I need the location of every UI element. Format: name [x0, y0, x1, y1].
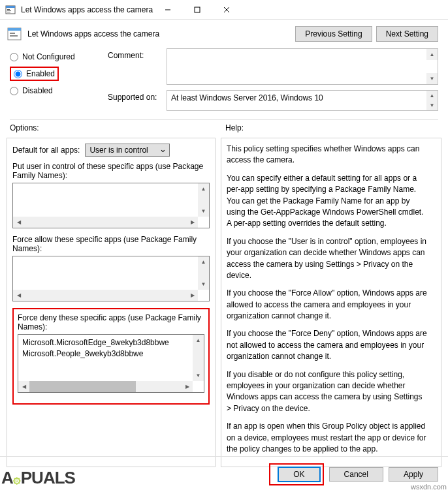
watermark-site: wsxdn.com: [411, 483, 447, 491]
svg-rect-10: [8, 28, 21, 31]
put-user-control-listbox[interactable]: ▲▼ ◀▶: [12, 183, 210, 228]
header-title: Let Windows apps access the camera: [27, 29, 291, 38]
radio-disabled-input[interactable]: [10, 87, 18, 95]
comment-textarea[interactable]: ▲ ▼: [167, 48, 438, 85]
svg-rect-4: [7, 12, 10, 12]
radio-enabled-input[interactable]: [14, 70, 22, 78]
svg-rect-3: [7, 10, 11, 11]
svg-rect-2: [7, 9, 10, 10]
force-allow-label: Force allow these specific apps (use Pac…: [12, 235, 210, 253]
svg-rect-6: [195, 7, 200, 12]
scroll-right-icon[interactable]: ▶: [187, 217, 198, 228]
force-deny-label: Force deny these specific apps (use Pack…: [18, 313, 204, 331]
help-paragraph: This policy setting specifies whether Wi…: [227, 144, 428, 166]
radio-not-configured-input[interactable]: [10, 53, 18, 61]
svg-rect-12: [10, 35, 18, 37]
scroll-left-icon[interactable]: ◀: [13, 217, 24, 228]
default-for-all-apps-label: Default for all apps:: [12, 146, 80, 155]
apply-button[interactable]: Apply: [389, 467, 438, 482]
maximize-button[interactable]: [182, 0, 212, 20]
cancel-button[interactable]: Cancel: [329, 467, 383, 482]
force-deny-content: Microsoft.MicrosoftEdge_8wekyb3d8bbwe Mi…: [18, 335, 204, 362]
scroll-down-icon[interactable]: ▼: [193, 370, 204, 381]
close-button[interactable]: [212, 0, 241, 20]
help-paragraph: You can specify either a default setting…: [227, 173, 428, 230]
ok-highlight: OK: [269, 463, 323, 485]
radio-enabled[interactable]: Enabled: [14, 69, 55, 78]
svg-rect-11: [10, 33, 15, 34]
header-row: Let Windows apps access the camera Previ…: [0, 20, 448, 48]
scroll-up-icon[interactable]: ▲: [426, 49, 438, 60]
minimize-button[interactable]: [153, 0, 182, 20]
radio-enabled-label: Enabled: [26, 69, 55, 78]
titlebar: Let Windows apps access the camera: [0, 0, 448, 20]
scroll-left-icon[interactable]: ◀: [13, 290, 24, 301]
scroll-down-icon[interactable]: ▼: [198, 279, 209, 290]
svg-rect-1: [6, 6, 15, 8]
list-item: Microsoft.MicrosoftEdge_8wekyb3d8bbwe: [22, 337, 200, 348]
ok-button[interactable]: OK: [278, 467, 320, 482]
policy-icon: [7, 26, 22, 42]
help-paragraph: If you choose the "Force Allow" option, …: [227, 288, 428, 322]
previous-setting-button[interactable]: Previous Setting: [295, 26, 372, 42]
put-user-control-label: Put user in control of these specific ap…: [12, 162, 210, 180]
app-icon: [5, 5, 16, 15]
scroll-down-icon[interactable]: ▼: [426, 73, 438, 84]
supported-on-text: At least Windows Server 2016, Windows 10: [171, 93, 323, 102]
scroll-down-icon[interactable]: ▼: [198, 206, 209, 217]
help-heading: Help:: [225, 123, 438, 132]
scroll-thumb[interactable]: [29, 381, 136, 392]
supported-on-value: At least Windows Server 2016, Windows 10…: [167, 90, 438, 111]
scroll-right-icon[interactable]: ▶: [182, 381, 193, 392]
force-allow-listbox[interactable]: ▲▼ ◀▶: [12, 256, 210, 301]
help-panel: This policy setting specifies whether Wi…: [221, 138, 441, 467]
divider: [10, 119, 438, 120]
force-deny-listbox[interactable]: Microsoft.MicrosoftEdge_8wekyb3d8bbwe Mi…: [18, 334, 204, 393]
help-paragraph: If you choose the "Force Deny" option, W…: [227, 328, 428, 362]
help-paragraph: If you choose the "User is in control" o…: [227, 236, 428, 282]
default-select-value: User is in control: [89, 146, 148, 155]
scroll-right-icon[interactable]: ▶: [187, 290, 198, 301]
supported-on-label: Supported on:: [108, 90, 167, 111]
options-heading: Options:: [10, 123, 225, 132]
watermark-logo: A۞PUALS: [1, 468, 75, 488]
radio-not-configured-label: Not Configured: [22, 52, 75, 61]
radio-disabled-label: Disabled: [22, 86, 53, 95]
window-title: Let Windows apps access the camera: [21, 5, 153, 14]
list-item: Microsoft.People_8wekyb3d8bbwe: [22, 348, 200, 360]
help-paragraph: If you disable or do not configure this …: [227, 369, 428, 415]
scroll-up-icon[interactable]: ▲: [198, 256, 209, 268]
default-for-all-apps-select[interactable]: User is in control: [85, 144, 170, 157]
scroll-up-icon[interactable]: ▲: [198, 183, 209, 194]
comment-label: Comment:: [108, 48, 167, 85]
scroll-up-icon[interactable]: ▲: [426, 91, 438, 100]
scroll-left-icon[interactable]: ◀: [18, 381, 29, 392]
scroll-up-icon[interactable]: ▲: [193, 335, 204, 346]
radio-not-configured[interactable]: Not Configured: [10, 48, 108, 65]
next-setting-button[interactable]: Next Setting: [376, 26, 438, 42]
radio-disabled[interactable]: Disabled: [10, 82, 108, 99]
options-panel: Default for all apps: User is in control…: [7, 138, 216, 467]
help-paragraph: If an app is open when this Group Policy…: [227, 421, 428, 455]
force-deny-highlight: Force deny these specific apps (use Pack…: [12, 308, 210, 405]
help-text: This policy setting specifies whether Wi…: [227, 144, 438, 455]
radio-enabled-highlight: Enabled: [10, 67, 59, 81]
scroll-down-icon[interactable]: ▼: [426, 100, 438, 110]
